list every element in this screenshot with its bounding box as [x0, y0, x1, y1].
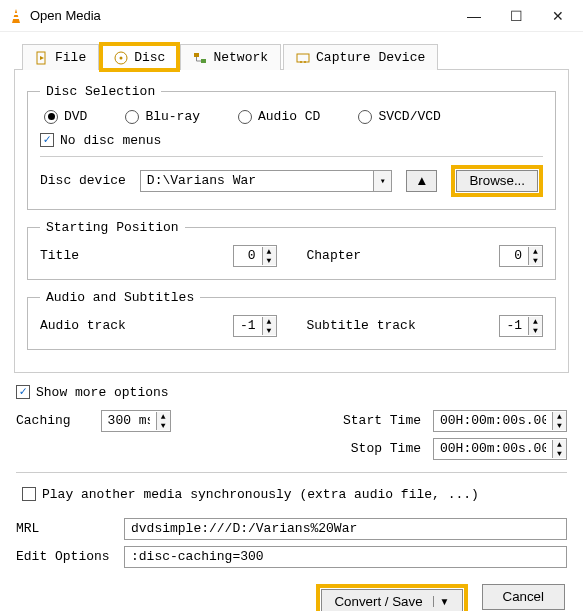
tab-network-label: Network	[213, 50, 268, 65]
radio-audiocd[interactable]: Audio CD	[238, 109, 320, 124]
spin-down-icon[interactable]: ▼	[553, 449, 566, 458]
svg-rect-2	[13, 17, 19, 19]
mrl-label: MRL	[16, 521, 116, 536]
file-icon	[35, 51, 49, 65]
disc-panel: Disc Selection DVD Blu-ray Audio CD SVCD…	[14, 69, 569, 373]
radio-bluray[interactable]: Blu-ray	[125, 109, 200, 124]
edit-options-label: Edit Options	[16, 549, 116, 564]
audio-subtitles-legend: Audio and Subtitles	[40, 290, 200, 305]
svg-rect-9	[297, 54, 309, 62]
chevron-down-icon[interactable]: ▾	[373, 171, 391, 191]
close-button[interactable]: ✕	[537, 1, 579, 31]
spin-up-icon[interactable]: ▲	[529, 247, 542, 256]
starting-position-group: Starting Position Title ▲▼ Chapter ▲▼	[27, 220, 556, 280]
cancel-label: Cancel	[503, 589, 545, 604]
caching-input[interactable]	[102, 411, 156, 431]
caching-label: Caching	[16, 413, 71, 428]
radio-bluray-label: Blu-ray	[145, 109, 200, 124]
disc-device-combo[interactable]: ▾	[140, 170, 392, 192]
stop-time-label: Stop Time	[351, 441, 421, 456]
tab-network[interactable]: Network	[180, 44, 281, 70]
stop-time-spin[interactable]: ▲▼	[433, 438, 567, 460]
spin-up-icon[interactable]: ▲	[553, 440, 566, 449]
convert-save-button[interactable]: Convert / Save ▼	[321, 589, 462, 612]
subtitle-track-input[interactable]	[500, 316, 528, 336]
tab-capture-label: Capture Device	[316, 50, 425, 65]
chapter-label: Chapter	[307, 248, 362, 263]
svg-rect-8	[201, 59, 206, 63]
svg-point-10	[300, 61, 302, 63]
capture-icon	[296, 51, 310, 65]
subtitle-track-spin[interactable]: ▲▼	[499, 315, 543, 337]
spin-up-icon[interactable]: ▲	[263, 247, 276, 256]
radio-svcd-label: SVCD/VCD	[378, 109, 440, 124]
tab-file-label: File	[55, 50, 86, 65]
disc-icon	[114, 51, 128, 65]
audio-subtitles-group: Audio and Subtitles Audio track ▲▼ Subti…	[27, 290, 556, 350]
chevron-down-icon[interactable]: ▼	[433, 596, 450, 607]
svg-point-6	[120, 56, 123, 59]
check-no-disc-menus[interactable]: No disc menus	[40, 133, 161, 148]
spin-down-icon[interactable]: ▼	[529, 256, 542, 265]
check-show-more[interactable]: Show more options	[16, 385, 169, 400]
spin-down-icon[interactable]: ▼	[529, 326, 542, 335]
browse-button[interactable]: Browse...	[456, 170, 538, 192]
convert-save-label: Convert / Save	[334, 594, 422, 609]
tab-disc[interactable]: Disc	[101, 44, 178, 70]
svg-point-11	[304, 61, 306, 63]
tab-file[interactable]: File	[22, 44, 99, 70]
caching-spin[interactable]: ▲▼	[101, 410, 171, 432]
radio-audiocd-label: Audio CD	[258, 109, 320, 124]
tab-bar: File Disc Network Capture Device	[22, 44, 569, 70]
vlc-cone-icon	[8, 8, 24, 24]
start-time-input[interactable]	[434, 411, 552, 431]
chapter-spin[interactable]: ▲▼	[499, 245, 543, 267]
check-play-another[interactable]: Play another media synchronously (extra …	[22, 487, 479, 502]
audio-track-input[interactable]	[234, 316, 262, 336]
check-no-disc-menus-label: No disc menus	[60, 133, 161, 148]
spin-up-icon[interactable]: ▲	[263, 317, 276, 326]
network-icon	[193, 51, 207, 65]
radio-svcd[interactable]: SVCD/VCD	[358, 109, 440, 124]
audio-track-spin[interactable]: ▲▼	[233, 315, 277, 337]
disc-selection-group: Disc Selection DVD Blu-ray Audio CD SVCD…	[27, 84, 556, 210]
spin-up-icon[interactable]: ▲	[553, 412, 566, 421]
spin-down-icon[interactable]: ▼	[553, 421, 566, 430]
start-time-label: Start Time	[343, 413, 421, 428]
radio-dvd[interactable]: DVD	[44, 109, 87, 124]
chapter-input[interactable]	[500, 246, 528, 266]
title-label: Title	[40, 248, 79, 263]
disc-selection-legend: Disc Selection	[40, 84, 161, 99]
disc-device-label: Disc device	[40, 173, 126, 188]
titlebar: Open Media — ☐ ✕	[0, 0, 583, 32]
tab-capture[interactable]: Capture Device	[283, 44, 438, 70]
cancel-button[interactable]: Cancel	[482, 584, 566, 610]
svg-marker-0	[12, 9, 20, 23]
subtitle-track-label: Subtitle track	[307, 318, 416, 333]
tab-disc-label: Disc	[134, 50, 165, 65]
maximize-button[interactable]: ☐	[495, 1, 537, 31]
title-spin[interactable]: ▲▼	[233, 245, 277, 267]
edit-options-input[interactable]	[124, 546, 567, 568]
svg-rect-1	[14, 13, 18, 15]
spin-down-icon[interactable]: ▼	[263, 256, 276, 265]
eject-icon: ▲	[415, 173, 428, 188]
svg-marker-4	[40, 56, 44, 60]
window-title: Open Media	[24, 8, 453, 23]
radio-dvd-label: DVD	[64, 109, 87, 124]
disc-device-input[interactable]	[141, 171, 373, 191]
start-time-spin[interactable]: ▲▼	[433, 410, 567, 432]
eject-button[interactable]: ▲	[406, 170, 437, 192]
spin-down-icon[interactable]: ▼	[157, 421, 170, 430]
minimize-button[interactable]: —	[453, 1, 495, 31]
mrl-input[interactable]	[124, 518, 567, 540]
convert-highlight: Convert / Save ▼	[316, 584, 467, 612]
spin-up-icon[interactable]: ▲	[529, 317, 542, 326]
svg-rect-7	[194, 53, 199, 57]
stop-time-input[interactable]	[434, 439, 552, 459]
spin-up-icon[interactable]: ▲	[157, 412, 170, 421]
spin-down-icon[interactable]: ▼	[263, 326, 276, 335]
browse-button-label: Browse...	[469, 173, 525, 188]
title-input[interactable]	[234, 246, 262, 266]
starting-position-legend: Starting Position	[40, 220, 185, 235]
